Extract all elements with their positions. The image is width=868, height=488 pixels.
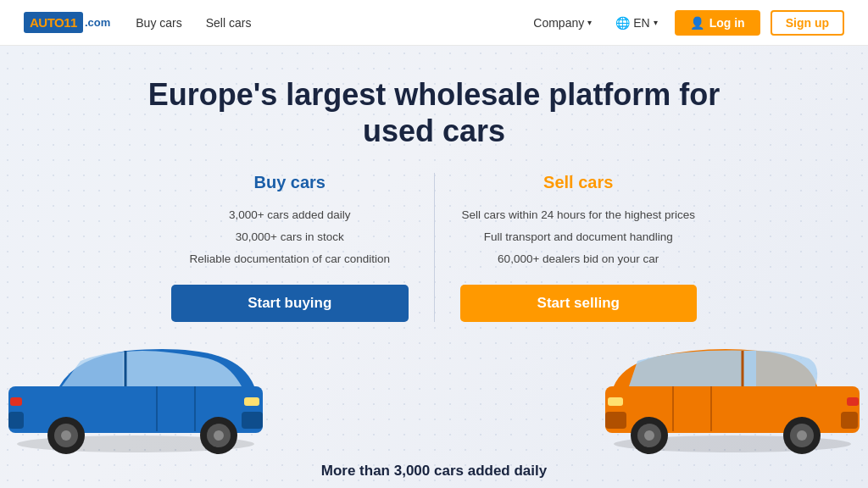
- svg-rect-28: [608, 397, 623, 406]
- logo[interactable]: AUTO11 .com: [24, 12, 110, 33]
- logo-box: AUTO11: [24, 12, 83, 33]
- buy-column-title: Buy cars: [171, 173, 409, 192]
- orange-car-image: [588, 310, 868, 454]
- sell-column: Sell cars Sell cars within 24 hours for …: [435, 173, 723, 322]
- nav-sell-cars[interactable]: Sell cars: [206, 16, 252, 30]
- buy-feature-1: 3,000+ cars added daily: [171, 204, 409, 226]
- globe-icon: 🌐: [615, 16, 630, 30]
- sell-feature-2: Full transport and document handling: [460, 226, 698, 248]
- signup-button[interactable]: Sign up: [771, 10, 844, 36]
- chevron-down-icon: ▾: [587, 18, 592, 27]
- hero-title: Europe's largest wholesale platform for …: [148, 76, 721, 149]
- svg-rect-14: [10, 397, 22, 406]
- buy-feature-3: Reliable documentation of car condition: [171, 248, 409, 270]
- svg-point-27: [797, 430, 807, 441]
- buy-column: Buy cars 3,000+ cars added daily 30,000+…: [146, 173, 435, 322]
- language-dropdown[interactable]: 🌐 EN ▾: [609, 13, 664, 33]
- sell-column-title: Sell cars: [460, 173, 698, 192]
- blue-car-image: [0, 310, 280, 454]
- svg-rect-5: [242, 412, 263, 429]
- svg-rect-6: [8, 412, 24, 429]
- logo-1: 1: [70, 15, 77, 30]
- svg-point-12: [61, 430, 71, 441]
- hero-columns: Buy cars 3,000+ cars added daily 30,000+…: [146, 173, 722, 322]
- buy-feature-2: 30,000+ cars in stock: [171, 226, 409, 248]
- svg-point-9: [214, 430, 224, 441]
- nav-buy-cars[interactable]: Buy cars: [136, 16, 181, 30]
- login-button[interactable]: 👤 Log in: [675, 10, 760, 36]
- login-label: Log in: [709, 16, 745, 30]
- person-icon: 👤: [690, 16, 704, 30]
- company-label: Company: [533, 16, 584, 30]
- lang-label: EN: [633, 16, 649, 30]
- logo-auto: AUTO1: [30, 15, 70, 30]
- hero-bottom-text: More than 3,000 cars added daily: [0, 463, 868, 480]
- chevron-down-icon-lang: ▾: [654, 18, 658, 27]
- sell-feature-1: Sell cars within 24 hours for the highes…: [460, 204, 698, 226]
- nav-links: Buy cars Sell cars: [136, 16, 251, 30]
- hero-section: Europe's largest wholesale platform for …: [0, 46, 868, 488]
- navbar: AUTO11 .com Buy cars Sell cars Company ▾…: [0, 0, 868, 46]
- nav-left: AUTO11 .com Buy cars Sell cars: [24, 12, 251, 33]
- company-dropdown[interactable]: Company ▾: [526, 13, 598, 33]
- nav-right: Company ▾ 🌐 EN ▾ 👤 Log in Sign up: [526, 10, 844, 36]
- svg-rect-21: [841, 412, 858, 429]
- svg-rect-20: [605, 412, 626, 429]
- sell-feature-3: 60,000+ dealers bid on your car: [460, 248, 698, 270]
- svg-point-24: [644, 430, 654, 441]
- svg-rect-29: [847, 397, 859, 406]
- logo-domain: .com: [85, 16, 110, 29]
- buy-features-list: 3,000+ cars added daily 30,000+ cars in …: [171, 204, 409, 269]
- sell-features-list: Sell cars within 24 hours for the highes…: [460, 204, 698, 269]
- svg-rect-13: [244, 397, 259, 406]
